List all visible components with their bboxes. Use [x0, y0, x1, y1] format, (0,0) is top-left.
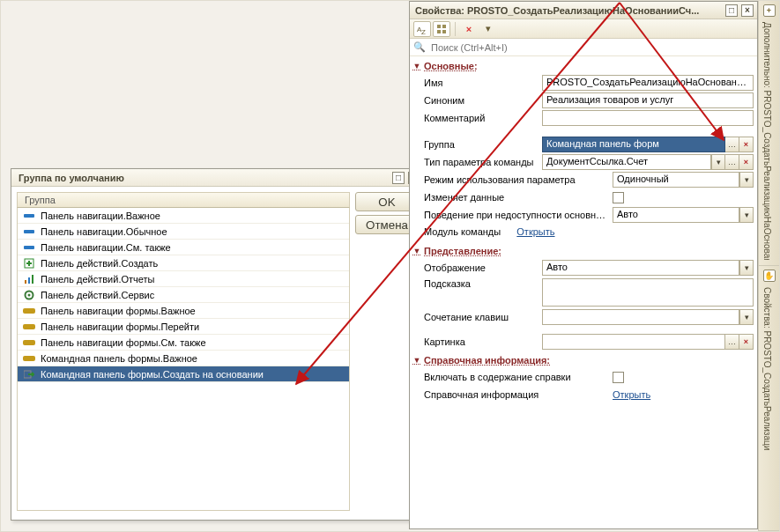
svg-rect-18	[437, 25, 441, 28]
list-item[interactable]: Панель действий.Сервис	[18, 287, 349, 303]
checkbox-changes-data[interactable]	[613, 192, 624, 203]
list-item-label: Панель навигации.Важное	[41, 211, 160, 221]
nav-important-icon	[23, 211, 35, 221]
clear-field-button[interactable]: ×	[739, 137, 754, 152]
svg-rect-20	[437, 30, 441, 33]
field-synonym[interactable]: Реализация товаров и услуг	[542, 92, 754, 108]
checkbox-include-help[interactable]	[613, 372, 624, 383]
label-synonym: Синоним	[424, 95, 537, 106]
clear-icon[interactable]: ×	[460, 21, 478, 37]
dropdown-button[interactable]: ▾	[739, 309, 754, 325]
properties-toolbar: AZ × ▾	[410, 19, 757, 39]
dropdown-icon[interactable]: ▾	[479, 21, 497, 37]
list-item-label: Панель навигации.См. также	[41, 242, 171, 253]
label-shortcut: Сочетание клавиш	[424, 312, 537, 322]
label-display: Отображение	[424, 262, 537, 273]
field-display[interactable]: Авто	[542, 260, 739, 276]
field-param-mode[interactable]: Одиночный	[613, 172, 739, 188]
svg-rect-19	[442, 25, 446, 28]
label-help-ref: Справочная информация	[424, 389, 607, 400]
list-item[interactable]: Панель действий.Отчеты	[18, 271, 349, 287]
svg-rect-13	[23, 340, 35, 345]
dropdown-button[interactable]: ▾	[739, 260, 754, 276]
list-item[interactable]: Панель навигации формы.Перейти	[18, 319, 349, 335]
svg-rect-21	[442, 30, 446, 33]
list-item[interactable]: Панель навигации.Обычное	[18, 224, 349, 240]
field-picture[interactable]	[542, 334, 725, 350]
field-hint[interactable]	[542, 278, 754, 307]
svg-rect-6	[25, 280, 26, 284]
sort-az-icon[interactable]: AZ	[413, 21, 431, 37]
field-shortcut[interactable]	[542, 309, 739, 325]
label-param-type: Тип параметра команды	[424, 157, 537, 167]
form-cmd-important-icon	[23, 353, 35, 364]
search-input[interactable]	[429, 41, 754, 55]
action-service-icon	[23, 290, 35, 300]
label-group: Группа	[424, 139, 537, 150]
list-item[interactable]: Панель навигации формы.Важное	[18, 303, 349, 319]
properties-panel: Свойства: PROSTO_СоздатьРеализациюНаОсно…	[409, 1, 758, 529]
form-nav-important-icon	[23, 306, 35, 316]
maximize-button[interactable]: □	[725, 4, 738, 17]
search-row: 🔍	[410, 39, 757, 56]
form-nav-goto-icon	[23, 321, 35, 332]
field-group[interactable]: Командная панель форм	[542, 137, 725, 152]
link-open-help[interactable]: Открыть	[613, 389, 650, 400]
label-comment: Комментарий	[424, 113, 537, 123]
collapse-icon[interactable]: ▼	[412, 355, 422, 366]
list-item[interactable]: Панель действий.Создать	[18, 255, 349, 271]
hand-icon: ✋	[763, 270, 776, 282]
clear-field-button[interactable]: ×	[739, 154, 754, 170]
group-list[interactable]: Панель навигации.ВажноеПанель навигации.…	[17, 208, 350, 511]
link-open-module[interactable]: Открыть	[516, 226, 554, 237]
svg-rect-11	[23, 308, 35, 314]
list-item[interactable]: Командная панель формы.Создать на основа…	[18, 366, 349, 382]
label-param-mode: Режим использования параметра	[424, 174, 607, 185]
list-item[interactable]: Панель навигации.Важное	[18, 208, 349, 224]
list-column-header[interactable]: Группа	[17, 192, 350, 208]
list-item[interactable]: Панель навигации формы.См. также	[18, 335, 349, 351]
label-picture: Картинка	[424, 336, 537, 347]
svg-rect-8	[32, 275, 33, 284]
section-presentation-header[interactable]: ▼ Представление:	[410, 243, 757, 259]
side-tab-additional[interactable]: + Дополнительно: PROSTO_СоздатьРеализаци…	[759, 1, 779, 266]
dropdown-button[interactable]: ▾	[739, 172, 754, 188]
label-changes-data: Изменяет данные	[424, 192, 607, 203]
nav-normal-icon	[23, 226, 35, 237]
field-name[interactable]: PROSTO_СоздатьРеализациюНаОснованииСчета	[542, 75, 754, 91]
ellipsis-button[interactable]: …	[725, 334, 739, 350]
label-hint: Подсказка	[424, 278, 537, 289]
action-create-icon	[23, 258, 35, 269]
label-module: Модуль команды	[424, 226, 501, 237]
nav-seealso-icon	[23, 242, 35, 253]
svg-text:Z: Z	[421, 28, 426, 34]
dropdown-button[interactable]: ▾	[711, 154, 725, 170]
properties-titlebar: Свойства: PROSTO_СоздатьРеализациюНаОсно…	[410, 2, 757, 19]
close-button[interactable]: ×	[741, 4, 754, 17]
side-tab-properties[interactable]: ✋ Свойства: PROSTO_СоздатьРеализаци	[759, 266, 779, 531]
properties-title: Свойства: PROSTO_СоздатьРеализациюНаОсно…	[415, 5, 725, 16]
collapse-icon[interactable]: ▼	[412, 61, 422, 71]
list-item-label: Командная панель формы.Важное	[41, 353, 197, 364]
collapse-icon[interactable]: ▼	[412, 246, 422, 256]
maximize-button[interactable]: □	[392, 172, 405, 184]
list-item[interactable]: Командная панель формы.Важное	[18, 351, 349, 366]
list-item[interactable]: Панель навигации.См. также	[18, 240, 349, 255]
label-include-help: Включать в содержание справки	[424, 372, 607, 382]
list-item-label: Панель навигации формы.См. также	[41, 337, 206, 348]
ellipsis-button[interactable]: …	[725, 154, 739, 170]
field-unavailability[interactable]: Авто	[613, 207, 739, 223]
field-comment[interactable]	[542, 110, 754, 126]
categorize-icon[interactable]	[433, 21, 450, 37]
ellipsis-button[interactable]: …	[725, 137, 739, 152]
side-tabs: + Дополнительно: PROSTO_СоздатьРеализаци…	[758, 1, 779, 531]
list-item-label: Панель навигации формы.Перейти	[41, 321, 199, 332]
section-help-header[interactable]: ▼ Справочная информация:	[410, 352, 757, 368]
section-main-header[interactable]: ▼ Основные:	[410, 58, 757, 74]
dropdown-button[interactable]: ▾	[739, 207, 754, 223]
field-param-type[interactable]: ДокументСсылка.Счет	[542, 154, 711, 170]
default-group-dialog: Группа по умолчанию □ × Группа Панель на…	[11, 168, 425, 521]
label-unavailability: Поведение при недоступности основного	[424, 210, 607, 220]
svg-point-10	[28, 293, 31, 296]
clear-field-button[interactable]: ×	[739, 334, 754, 350]
